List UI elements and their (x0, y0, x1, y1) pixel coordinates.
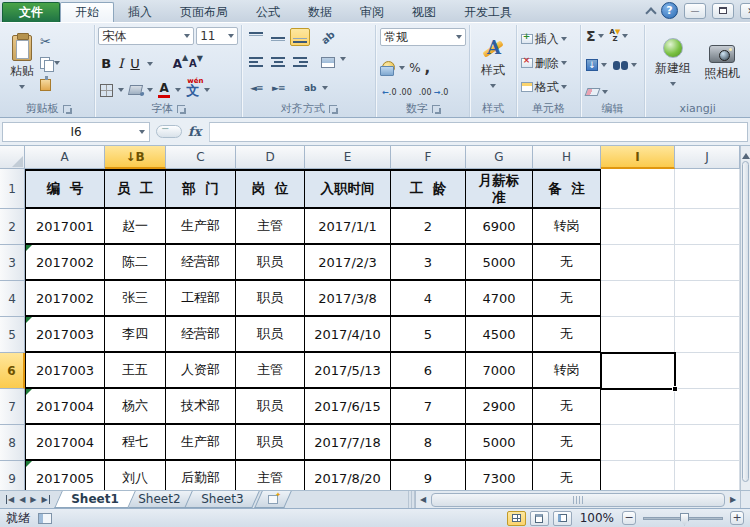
cell-F5[interactable]: 5 (391, 317, 466, 353)
delete-cells-button[interactable]: 删除 (520, 53, 577, 73)
cell-B2[interactable]: 赵一 (105, 209, 166, 245)
cell-G5[interactable]: 4500 (466, 317, 533, 353)
underline-button[interactable]: U (130, 56, 140, 71)
cell-G8[interactable]: 5000 (466, 425, 533, 461)
cell-B8[interactable]: 程七 (105, 425, 166, 461)
scroll-left-icon[interactable]: ◀ (416, 491, 430, 508)
scroll-up-icon[interactable] (742, 149, 750, 159)
vertical-scrollbar[interactable] (740, 146, 750, 490)
align-left-button[interactable] (246, 54, 266, 72)
cell-H2[interactable]: 转岗 (533, 209, 601, 245)
cell-C4[interactable]: 工程部 (166, 281, 236, 317)
cell-A1[interactable]: 编 号 (25, 169, 105, 209)
cell-B4[interactable]: 张三 (105, 281, 166, 317)
row-header-2[interactable]: 2 (0, 209, 25, 245)
cell-F4[interactable]: 4 (391, 281, 466, 317)
shrink-font-button[interactable]: A▼ (189, 58, 197, 69)
column-header-C[interactable]: C (166, 146, 236, 169)
column-header-H[interactable]: H (533, 146, 601, 169)
clear-button[interactable] (585, 88, 601, 96)
cell-C7[interactable]: 技术部 (166, 389, 236, 425)
cell-C1[interactable]: 部 门 (166, 169, 236, 209)
cell-styles-button[interactable]: A 样式 (475, 27, 511, 100)
last-sheet-icon[interactable]: ▶ (41, 495, 49, 504)
cell-I9[interactable] (601, 461, 675, 490)
cell-B6[interactable]: 王五 (105, 353, 166, 389)
grow-font-button[interactable]: A▲ (173, 57, 182, 71)
row-header-5[interactable]: 5 (0, 317, 25, 353)
increase-decimal-button[interactable]: ←.0 .00 (382, 89, 412, 97)
cell-G4[interactable]: 4700 (466, 281, 533, 317)
column-header-D[interactable]: D (236, 146, 305, 169)
cell-C3[interactable]: 经营部 (166, 245, 236, 281)
font-size-select[interactable]: 11 (196, 27, 238, 45)
cell-C2[interactable]: 生产部 (166, 209, 236, 245)
alignment-dialog-launcher-icon[interactable] (329, 105, 337, 113)
cell-J2[interactable] (675, 209, 740, 245)
cell-E2[interactable]: 2017/1/1 (305, 209, 391, 245)
cell-J9[interactable] (675, 461, 740, 490)
minimize-button[interactable]: — (684, 3, 706, 19)
row-header-6[interactable]: 6 (0, 353, 25, 389)
percent-style-button[interactable]: % (409, 61, 420, 75)
macro-record-icon[interactable] (38, 513, 52, 524)
horizontal-scrollbar[interactable]: ◀ ▶ (415, 491, 740, 508)
cell-D8[interactable]: 职员 (236, 425, 305, 461)
cell-H8[interactable]: 无 (533, 425, 601, 461)
cell-D2[interactable]: 主管 (236, 209, 305, 245)
column-header-J[interactable]: J (675, 146, 740, 169)
cell-H6[interactable]: 转岗 (533, 353, 601, 389)
cell-G3[interactable]: 5000 (466, 245, 533, 281)
cell-A8[interactable]: 2017004 (25, 425, 105, 461)
format-cells-button[interactable]: 格式 (520, 77, 577, 97)
bold-button[interactable]: B (101, 56, 111, 71)
tab-视图[interactable]: 视图 (398, 2, 450, 22)
cell-E3[interactable]: 2017/2/3 (305, 245, 391, 281)
column-header-A[interactable]: A (25, 146, 105, 169)
cell-A2[interactable]: 2017001 (25, 209, 105, 245)
cell-J5[interactable] (675, 317, 740, 353)
align-bottom-button[interactable] (290, 28, 310, 46)
orientation-button[interactable]: ab (318, 28, 338, 46)
autosum-button[interactable]: Σ (586, 29, 596, 43)
row-header-8[interactable]: 8 (0, 425, 25, 461)
cell-B9[interactable]: 刘八 (105, 461, 166, 490)
cell-I2[interactable] (601, 209, 675, 245)
cell-I6[interactable] (601, 353, 675, 389)
accounting-format-button[interactable] (382, 61, 395, 74)
tab-数据[interactable]: 数据 (294, 2, 346, 22)
tab-split-handle[interactable] (408, 491, 415, 508)
cell-F7[interactable]: 7 (391, 389, 466, 425)
close-button[interactable]: ✕ (740, 3, 750, 19)
column-header-B[interactable]: ↓B (105, 146, 166, 169)
insert-cells-button[interactable]: 插入 (520, 29, 577, 49)
phonetic-guide-button[interactable]: wén文 (186, 84, 199, 97)
select-all-corner[interactable] (0, 146, 25, 169)
cell-C5[interactable]: 经营部 (166, 317, 236, 353)
zoom-slider[interactable] (643, 517, 723, 520)
cell-D9[interactable]: 主管 (236, 461, 305, 490)
zoom-in-button[interactable]: + (730, 511, 744, 525)
collapse-formula-bar-icon[interactable] (156, 125, 182, 138)
cell-D7[interactable]: 职员 (236, 389, 305, 425)
wrap-text-button[interactable]: ab (300, 79, 320, 97)
vertical-scroll-thumb[interactable] (742, 161, 749, 482)
cell-C8[interactable]: 生产部 (166, 425, 236, 461)
cell-D6[interactable]: 主管 (236, 353, 305, 389)
cell-F8[interactable]: 8 (391, 425, 466, 461)
cell-J3[interactable] (675, 245, 740, 281)
cell-I3[interactable] (601, 245, 675, 281)
fill-button[interactable]: ↓ (586, 59, 598, 71)
cell-H3[interactable]: 无 (533, 245, 601, 281)
cell-E5[interactable]: 2017/4/10 (305, 317, 391, 353)
cell-F3[interactable]: 3 (391, 245, 466, 281)
sheet-tab-Sheet1[interactable]: Sheet1 (54, 491, 135, 508)
column-header-F[interactable]: F (391, 146, 466, 169)
cell-G6[interactable]: 7000 (466, 353, 533, 389)
font-dialog-launcher-icon[interactable] (177, 105, 185, 113)
cell-J8[interactable] (675, 425, 740, 461)
sheet-tab-Sheet3[interactable]: Sheet3 (184, 491, 260, 508)
cell-J4[interactable] (675, 281, 740, 317)
name-box[interactable]: I6 (2, 122, 150, 142)
cell-H4[interactable]: 无 (533, 281, 601, 317)
